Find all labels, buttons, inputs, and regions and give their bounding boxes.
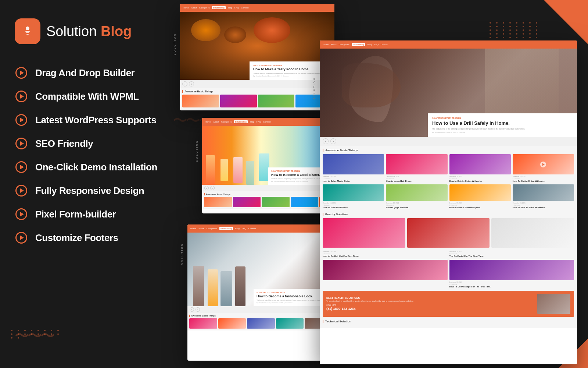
fashion-figure-1 bbox=[193, 266, 204, 306]
article-comments-6: 0 Comment bbox=[386, 204, 447, 206]
article-date-8: December 19, 2021 bbox=[513, 202, 574, 204]
thumb-food-3 bbox=[258, 95, 295, 107]
logo-icon bbox=[15, 18, 40, 44]
prev-arrow-food[interactable]: ‹ bbox=[182, 81, 187, 86]
beauty-article-title-1: How to Do Hair Cut For First Time. bbox=[323, 255, 448, 258]
next-arrow-drill[interactable]: › bbox=[330, 138, 336, 144]
feature-icon-responsive bbox=[15, 184, 28, 197]
feature-item-pixel: Pixel Form-builder bbox=[15, 208, 165, 221]
beauty-date-1: December 19, 2021 bbox=[323, 251, 448, 252]
article-date-1: December 19, 2021 bbox=[323, 176, 384, 177]
beauty-thumb-main-2 bbox=[407, 218, 490, 248]
cta-body-text: To keep the body in good health is a dut… bbox=[326, 300, 534, 302]
feature-item-wpml: Compatible With WPML bbox=[15, 90, 165, 103]
drill-awesome-title: Awesome Basic Things bbox=[323, 149, 574, 152]
fashion-thumb-2 bbox=[218, 318, 246, 329]
hero-food-image: SOLUTION TO EVERY PROBLEM How to Make a … bbox=[180, 12, 334, 80]
food-bottom-section: Awesome Basic Things bbox=[180, 88, 334, 110]
beauty-comments-2: 0 Comment bbox=[449, 253, 574, 255]
next-arrow-fashion[interactable]: › bbox=[196, 307, 200, 312]
article-title-3: How to Cut An Onion Without... bbox=[449, 180, 511, 183]
drill-content-area: Awesome Basic Things December 19, 2021 0… bbox=[320, 146, 577, 328]
food-item-1 bbox=[191, 19, 220, 41]
feature-icon-wpml bbox=[15, 90, 28, 103]
article-card-4: December 19, 2021 0 Comment How To Cut A… bbox=[513, 154, 574, 183]
play-overlay-icon bbox=[540, 162, 546, 167]
play-icon-wpml bbox=[15, 91, 27, 102]
fashion-section-title: Awesome Basic Things bbox=[189, 315, 333, 317]
skater-thumb-2 bbox=[233, 197, 261, 207]
feature-item-drag-drop: Drag And Drop Builder bbox=[15, 66, 165, 79]
article-date-5: December 19, 2021 bbox=[323, 202, 384, 204]
logo-svg bbox=[20, 24, 35, 39]
article-card-6: December 19, 2021 0 Comment How to yoga … bbox=[386, 184, 447, 209]
beauty-extra-grid: December 19, 2021 0 Comment How To Do Ma… bbox=[323, 260, 574, 288]
play-icon-drag-drop bbox=[15, 67, 27, 79]
prev-arrow-drill[interactable]: ‹ bbox=[323, 138, 329, 144]
fashion-bottom: Awesome Basic Things bbox=[187, 313, 334, 330]
beauty-extra-title: How To Do Massage For The First Time. bbox=[449, 286, 574, 288]
fashion-thumb-1 bbox=[189, 318, 217, 329]
skater-figure-3 bbox=[233, 157, 243, 183]
solution-label-skater: SOLUTION bbox=[196, 140, 198, 162]
play-icon-seo bbox=[15, 138, 27, 149]
food-section-title: Awesome Basic Things bbox=[182, 90, 332, 93]
beauty-thumb-main-1 bbox=[323, 218, 405, 248]
article-title-8: How To Talk To Girls At Parties bbox=[513, 206, 574, 209]
play-icon-demo bbox=[15, 161, 27, 173]
food-tag: SOLUTION TO EVERY PROBLEM bbox=[253, 64, 331, 67]
cta-banner: BEST HEALTH SOLUTIONS To keep the body i… bbox=[323, 291, 574, 317]
articles-grid-row2: December 19, 2021 0 Comment How to click… bbox=[323, 184, 574, 209]
svg-point-1 bbox=[26, 26, 29, 30]
beauty-extra-comments: 0 Comment bbox=[449, 283, 574, 285]
fashion-thumbs bbox=[189, 318, 333, 329]
article-title-2: How to use a Hair-Dryer. bbox=[386, 180, 447, 183]
prev-arrow-fashion[interactable]: ‹ bbox=[190, 307, 194, 312]
feature-item-footer: Customize Footers bbox=[15, 231, 165, 244]
logo-word-solution: Solution bbox=[46, 24, 97, 39]
svg-rect-4 bbox=[26, 34, 29, 35]
fashion-hero-image: SOLUTION TO EVERY PROBLEM How to Become … bbox=[187, 233, 334, 306]
feature-icon-pixel bbox=[15, 208, 28, 221]
fashion-thumb-3 bbox=[247, 318, 275, 329]
cta-call-label: CALL NOW bbox=[326, 304, 534, 306]
screenshots-area: SOLUTION TRENDING Home About Categories … bbox=[180, 0, 588, 368]
mockup-fashion-nav: Home About Categories SolutionBlog Blog … bbox=[187, 224, 334, 233]
feature-icon-seo bbox=[15, 137, 28, 150]
beauty-article-2 bbox=[491, 218, 574, 249]
prev-arrow-skater[interactable]: ‹ bbox=[204, 186, 209, 190]
cta-badge-label: BEST HEALTH SOLUTIONS bbox=[326, 297, 534, 299]
cta-side-image bbox=[537, 294, 570, 314]
food-item-3 bbox=[254, 17, 290, 43]
article-thumb-7 bbox=[449, 184, 511, 201]
thumb-food-1 bbox=[182, 95, 219, 107]
article-thumb-6 bbox=[386, 184, 447, 201]
drill-title: How to Use a Drill Safely In Home. bbox=[432, 120, 573, 126]
feature-icon-wordpress bbox=[15, 113, 28, 127]
solution-label-food: SOLUTION bbox=[173, 33, 176, 55]
play-icon-pixel bbox=[15, 208, 27, 220]
next-arrow-food[interactable]: › bbox=[189, 81, 194, 86]
mockup-drill: Home About Categories SolutionBlog Blog … bbox=[320, 40, 577, 364]
food-desc: The body is that of the printing and typ… bbox=[253, 72, 331, 74]
feature-item-wordpress: Latest WordPress Supports bbox=[15, 113, 165, 127]
play-icon-responsive bbox=[15, 185, 27, 197]
article-title-7: How to handle Domestic pets. bbox=[449, 206, 511, 209]
article-thumb-1 bbox=[323, 154, 384, 174]
beauty-extra-date: December 19, 2021 bbox=[449, 281, 574, 283]
article-date-2: December 19, 2021 bbox=[386, 176, 447, 177]
beauty-article-title-2: The Do Facial For The First Time. bbox=[449, 255, 574, 258]
drill-arrows: ‹ › bbox=[320, 137, 577, 146]
feature-label-wpml: Compatible With WPML bbox=[35, 91, 139, 102]
solution-label-drill: SOLUTION bbox=[313, 77, 316, 99]
feature-label-pixel: Pixel Form-builder bbox=[35, 209, 116, 220]
article-thumb-2 bbox=[386, 154, 447, 174]
next-arrow-skater[interactable]: › bbox=[210, 186, 215, 190]
article-card-3: December 19, 2021 0 Comment How to Cut A… bbox=[449, 154, 511, 183]
drill-tag: SOLUTION TO EVERY PROBLEM bbox=[432, 117, 573, 119]
play-icon-footer bbox=[15, 232, 27, 244]
svg-rect-2 bbox=[25, 31, 30, 32]
feature-label-footer: Customize Footers bbox=[35, 232, 118, 244]
drill-meta: By: templatemonster | June 16, 2019 | 0 … bbox=[432, 131, 573, 133]
article-title-6: How to yoga at home. bbox=[386, 206, 447, 209]
